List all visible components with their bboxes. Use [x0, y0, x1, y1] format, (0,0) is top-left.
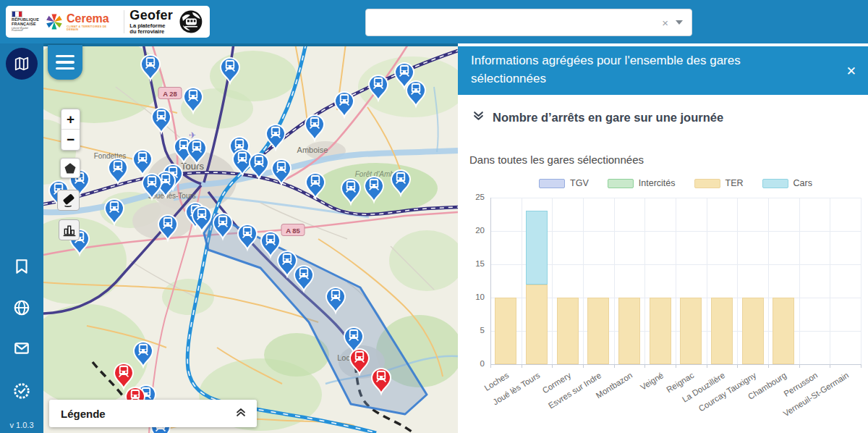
sidebar-item-contact[interactable] — [13, 340, 30, 357]
cerema-tagline: CLIMAT & TERRITOIRES DE DEMAIN — [67, 25, 119, 31]
gridline — [707, 198, 707, 364]
bar-segment-TER — [711, 298, 733, 364]
cerema-wordmark: Cerema — [67, 13, 119, 25]
gridline — [583, 198, 584, 364]
map-icon — [13, 56, 30, 72]
aggregated-info-panel: Informations agrégées pour l'ensemble de… — [458, 43, 868, 433]
y-tick-label: 15 — [460, 259, 485, 268]
cerema-logo: Cerema CLIMAT & TERRITOIRES DE DEMAIN — [45, 12, 119, 31]
station-marker-blue[interactable] — [335, 92, 354, 117]
y-axis — [490, 198, 491, 364]
y-tick-label: 10 — [460, 293, 485, 301]
histogram-icon — [62, 223, 77, 237]
sidebar-item-certification[interactable] — [13, 382, 30, 400]
map-legend-bar: Légende — [49, 400, 257, 427]
station-marker-blue[interactable] — [152, 108, 171, 133]
station-marker-blue[interactable] — [133, 150, 152, 175]
republique-francaise-logo: RÉPUBLIQUE FRANÇAISE Liberté Égalité Fra… — [12, 11, 40, 33]
station-search-box: × — [365, 9, 692, 36]
bar-segment-TER — [742, 298, 764, 364]
svg-text:A 85: A 85 — [286, 227, 300, 235]
logo-card: RÉPUBLIQUE FRANÇAISE Liberté Égalité Fra… — [6, 6, 210, 38]
geofer-tagline: La plateforme du ferroviaire — [129, 23, 173, 35]
bar-segment-TER — [557, 298, 579, 364]
svg-text:A 28: A 28 — [163, 90, 177, 98]
bar-segment-Cars — [526, 211, 548, 284]
bar-segment-TER — [495, 298, 516, 364]
bar-segment-TER — [773, 298, 794, 364]
gridline — [737, 198, 738, 364]
gridline — [861, 198, 861, 364]
sidebar-item-bookmarks[interactable] — [13, 258, 30, 275]
left-sidebar: v 1.0.3 — [0, 43, 43, 433]
eraser-icon — [61, 193, 77, 209]
y-tick-label: 20 — [460, 226, 485, 235]
gridline — [799, 198, 800, 364]
clear-search-icon[interactable]: × — [655, 17, 676, 29]
road-badge: A 28 — [158, 88, 182, 99]
rf-line2: FRANÇAISE — [12, 22, 40, 27]
bar-segment-TER — [650, 298, 671, 364]
gridline — [676, 198, 676, 364]
top-bar: RÉPUBLIQUE FRANÇAISE Liberté Égalité Fra… — [0, 0, 868, 43]
bookmark-icon — [13, 258, 30, 275]
legend-expand-button[interactable] — [235, 406, 247, 421]
station-marker-blue[interactable] — [305, 115, 324, 140]
pentagon-icon — [63, 161, 77, 175]
app-root: RÉPUBLIQUE FRANÇAISE Liberté Égalité Fra… — [0, 0, 868, 433]
zoom-control: + − — [61, 109, 80, 151]
sidebar-item-network[interactable] — [13, 299, 30, 316]
y-tick-label: 5 — [460, 326, 485, 335]
gridline — [644, 198, 645, 364]
mail-icon — [13, 340, 30, 357]
map-canvas[interactable]: FondettesToursJoué-lès-ToursAmboiseForêt… — [43, 43, 458, 433]
rf-motto: Liberté Égalité Fraternité — [12, 28, 40, 33]
y-tick-label: 25 — [460, 193, 485, 201]
bar-segment-TER — [587, 298, 609, 364]
french-flag-icon — [12, 11, 22, 17]
dropdown-caret-icon[interactable] — [676, 20, 683, 25]
gridline — [522, 198, 522, 364]
badge-check-icon — [13, 382, 30, 400]
stops-bar-chart: 0510152025LochesJoué lès ToursCormeryEsv… — [458, 43, 868, 433]
erase-selection-button[interactable] — [57, 190, 80, 211]
cerema-pinwheel-icon — [45, 12, 64, 31]
globe-icon — [13, 299, 30, 316]
zoom-in-button[interactable]: + — [61, 109, 80, 130]
station-marker-blue[interactable] — [109, 159, 127, 184]
gridline — [768, 198, 769, 364]
gridline — [614, 198, 615, 364]
double-chevron-up-icon — [235, 406, 247, 418]
sidebar-item-map[interactable] — [6, 48, 38, 80]
map-place-label: Amboise — [297, 146, 328, 154]
bar-segment-TER — [680, 298, 702, 364]
map-legend-title: Légende — [61, 408, 235, 420]
app-version: v 1.0.3 — [0, 421, 43, 429]
draw-polygon-button[interactable] — [60, 158, 80, 178]
x-axis — [490, 364, 861, 365]
zoom-out-button[interactable]: − — [61, 130, 80, 150]
map-container: FondettesToursJoué-lès-ToursAmboiseForêt… — [43, 43, 458, 433]
logo-divider — [124, 10, 124, 33]
gridline — [552, 198, 553, 364]
y-tick-label: 0 — [460, 359, 485, 368]
road-badge: A 85 — [281, 224, 305, 236]
bar-segment-TER — [526, 285, 548, 364]
bar-segment-TER — [618, 298, 640, 364]
gridline — [830, 198, 830, 364]
search-input[interactable] — [366, 9, 655, 35]
show-chart-button[interactable] — [59, 219, 80, 240]
geofer-wordmark: Geofer — [129, 9, 173, 23]
geofer-logo: Geofer La plateforme du ferroviaire — [129, 9, 173, 35]
menu-button[interactable] — [48, 45, 82, 80]
globe-train-icon — [178, 9, 204, 35]
